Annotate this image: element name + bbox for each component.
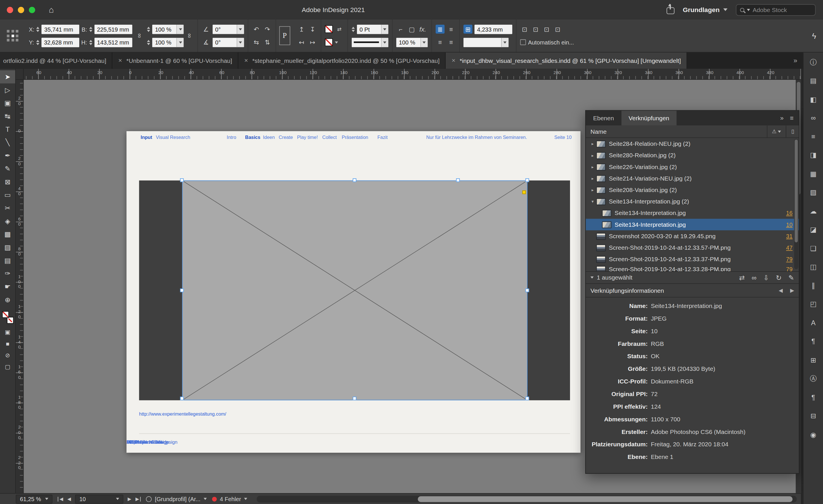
selection-tool[interactable]: ➤	[0, 70, 15, 83]
apply-color-button[interactable]: ■	[0, 338, 15, 349]
close-tab-icon[interactable]: ×	[452, 57, 456, 64]
last-page-button[interactable]: ▶	[136, 497, 141, 501]
pen-tool[interactable]: ✒	[0, 149, 15, 162]
rectangle-tool[interactable]: ▭	[0, 188, 15, 202]
dropdown-button[interactable]	[236, 24, 244, 34]
pencil-tool[interactable]: ✎	[0, 162, 15, 175]
links-scrollbar-thumb[interactable]	[795, 140, 798, 242]
width-stepper[interactable]	[89, 26, 92, 32]
height-stepper[interactable]	[89, 40, 92, 45]
proxy-dot[interactable]	[11, 30, 14, 32]
fit-frame-button[interactable]: ⊡	[542, 25, 551, 34]
dropdown-button[interactable]	[381, 24, 388, 34]
selection-handle[interactable]	[525, 288, 529, 292]
zoom-level-field[interactable]: 61,25 %	[16, 495, 53, 503]
scale-y-input[interactable]: 100 %	[153, 38, 177, 47]
gap-grid-icon[interactable]: ⊞	[464, 25, 472, 34]
previous-page-button[interactable]: ◀	[67, 497, 71, 501]
select-container-button[interactable]: ↥	[297, 25, 306, 34]
select-next-button[interactable]: ↦	[308, 38, 317, 47]
proxy-dot[interactable]	[7, 30, 9, 32]
scale-x-input[interactable]: 100 %	[153, 24, 177, 34]
dropdown-button[interactable]	[177, 38, 184, 47]
stroke-panel-icon[interactable]: ≡	[808, 132, 819, 141]
width-input[interactable]: 225,519 mm	[95, 24, 132, 34]
fill-swatch[interactable]	[2, 311, 9, 318]
document-tab[interactable]: × *input_dhbw_visual_research_slides.ind…	[446, 52, 687, 69]
fit-content-button[interactable]: ⊡	[531, 25, 540, 34]
character-panel-icon[interactable]: A	[808, 318, 819, 327]
next-link-icon[interactable]: ▶	[790, 288, 794, 293]
fill-swatch[interactable]	[325, 38, 333, 46]
object-styles-panel-icon[interactable]: ❏	[808, 243, 819, 253]
preflight-status[interactable]: 4 Fehler	[212, 496, 247, 502]
wrap-around-button[interactable]: ≡	[447, 25, 456, 34]
minimize-window-button[interactable]	[18, 7, 24, 13]
shear-input[interactable]: 0°	[212, 24, 236, 34]
proxy-dot[interactable]	[16, 30, 18, 32]
close-tab-icon[interactable]: ×	[244, 57, 248, 64]
horizontal-scrollbar-thumb[interactable]	[418, 496, 793, 502]
direct-selection-tool[interactable]: ▷	[0, 83, 15, 97]
next-page-button[interactable]: ▶	[128, 497, 132, 501]
center-content-button[interactable]: ⊡	[553, 25, 562, 34]
tab-layers[interactable]: Ebenen	[586, 111, 621, 125]
glyphs-panel-icon[interactable]: ⊞	[808, 355, 819, 364]
apply-none-button[interactable]: ⊘	[0, 349, 15, 361]
note-tool[interactable]: ▤	[0, 254, 15, 267]
scale-x-stepper[interactable]	[147, 26, 150, 32]
dropdown-button[interactable]	[421, 38, 428, 47]
page-number-field[interactable]: 10	[75, 495, 124, 503]
document-page[interactable]: Input Visual Research Intro Basics Ideen…	[127, 131, 581, 453]
selection-handle[interactable]	[525, 178, 529, 182]
gradient-swatch-tool[interactable]: ▩	[0, 228, 15, 241]
dropdown-button[interactable]	[177, 24, 184, 34]
opacity-combo[interactable]: 100 %	[396, 38, 428, 47]
ruler-origin-box[interactable]	[16, 69, 23, 79]
scissors-tool[interactable]: ✂	[0, 202, 15, 215]
dropdown-button[interactable]	[501, 38, 509, 47]
flip-vertical-button[interactable]: ⇅	[263, 38, 272, 47]
relink-icon[interactable]: ⇩	[763, 273, 769, 281]
gradient-panel-icon[interactable]: ▧	[808, 188, 819, 197]
relink-from-cc-icon[interactable]: ⇄	[739, 273, 745, 281]
effects-menu-icon[interactable]: fx.	[419, 25, 427, 34]
link-row[interactable]: Seite134-Interpretation.jpg 10	[586, 219, 799, 230]
stroke-weight-combo[interactable]: 0 Pt	[357, 24, 388, 34]
rectangle-frame-tool[interactable]: ⊠	[0, 175, 15, 188]
expander-icon[interactable]: ▸	[589, 153, 597, 158]
link-row[interactable]: ▸ Seite208-Variation.jpg (2)	[586, 184, 799, 196]
formatting-affects-container-button[interactable]: ▣	[0, 326, 15, 338]
selection-handle[interactable]	[456, 178, 460, 182]
free-transform-tool[interactable]: ◈	[0, 215, 15, 228]
autofit-checkbox[interactable]	[520, 39, 526, 45]
wrap-options-combo[interactable]	[464, 38, 509, 47]
constrain-dimensions-icon[interactable]: ∞	[136, 33, 144, 38]
stroke-swatch[interactable]	[325, 25, 333, 33]
sort-warning-column[interactable]: ⚠	[767, 125, 786, 138]
reference-point-proxy[interactable]	[0, 19, 25, 52]
close-tab-icon[interactable]: ×	[118, 57, 122, 64]
tab-overflow-chevron[interactable]: »	[788, 52, 803, 69]
shear-combo[interactable]: 0°	[212, 24, 244, 34]
pathfinder-panel-icon[interactable]: ◰	[808, 299, 819, 309]
expander-icon[interactable]: ▸	[589, 188, 597, 192]
proxy-dot[interactable]	[7, 34, 9, 37]
horizontal-scrollbar[interactable]	[257, 495, 797, 502]
first-page-button[interactable]: ◀	[58, 497, 63, 501]
wrap-none-button[interactable]: ≣	[436, 25, 445, 34]
swap-fill-stroke-icon[interactable]: ⇄	[335, 25, 344, 34]
stroke-style-combo[interactable]	[352, 38, 388, 47]
quick-actions-icon[interactable]: ϟ	[812, 31, 823, 40]
edit-original-icon[interactable]: ✎	[789, 273, 794, 281]
proxy-dot[interactable]	[11, 39, 14, 41]
page-tool[interactable]: ▣	[0, 96, 15, 109]
close-window-button[interactable]	[7, 7, 13, 13]
home-icon[interactable]: ⌂	[49, 5, 54, 14]
rotate-ccw-button[interactable]: ↶	[252, 25, 261, 34]
x-input[interactable]: 35,741 mm	[42, 24, 79, 34]
selection-handle[interactable]	[353, 397, 356, 401]
proxy-dot[interactable]	[7, 39, 9, 41]
link-row[interactable]: ▸ Seite226-Variation.jpg (2)	[586, 161, 799, 173]
screen-mode-button[interactable]: ▢	[0, 361, 15, 372]
